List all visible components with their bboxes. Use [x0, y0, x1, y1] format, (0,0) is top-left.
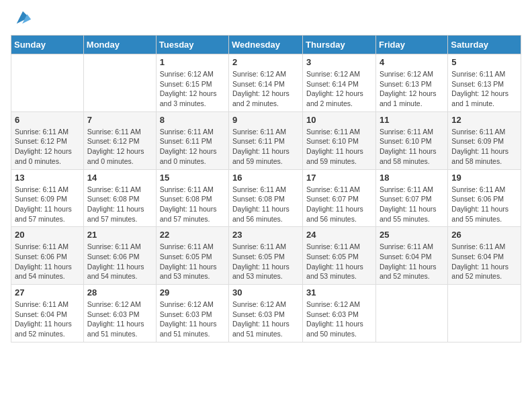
calendar-cell: 31Sunrise: 6:12 AMSunset: 6:03 PMDayligh…: [303, 285, 376, 342]
day-info: Sunrise: 6:11 AMSunset: 6:13 PMDaylight:…: [451, 69, 517, 109]
calendar-cell: 9Sunrise: 6:11 AMSunset: 6:11 PMDaylight…: [229, 111, 303, 169]
day-info: Sunrise: 6:12 AMSunset: 6:13 PMDaylight:…: [380, 69, 444, 109]
header-friday: Friday: [375, 36, 447, 54]
day-info: Sunrise: 6:11 AMSunset: 6:07 PMDaylight:…: [380, 185, 444, 224]
day-number: 25: [380, 230, 444, 240]
page-header: [11, 11, 521, 27]
day-info: Sunrise: 6:11 AMSunset: 6:09 PMDaylight:…: [451, 127, 517, 167]
calendar-cell: 10Sunrise: 6:11 AMSunset: 6:10 PMDayligh…: [303, 111, 376, 169]
calendar-cell: 29Sunrise: 6:12 AMSunset: 6:03 PMDayligh…: [156, 285, 228, 342]
calendar-cell: 13Sunrise: 6:11 AMSunset: 6:09 PMDayligh…: [11, 169, 84, 227]
day-number: 17: [306, 173, 372, 183]
calendar-week-row: 20Sunrise: 6:11 AMSunset: 6:06 PMDayligh…: [11, 227, 521, 285]
header-sunday: Sunday: [11, 36, 84, 54]
day-info: Sunrise: 6:11 AMSunset: 6:12 PMDaylight:…: [15, 127, 80, 167]
day-info: Sunrise: 6:11 AMSunset: 6:07 PMDaylight:…: [306, 185, 372, 224]
day-info: Sunrise: 6:12 AMSunset: 6:14 PMDaylight:…: [306, 69, 372, 109]
day-number: 10: [306, 115, 372, 125]
day-number: 11: [380, 115, 444, 125]
day-number: 20: [15, 230, 80, 240]
calendar-cell: 28Sunrise: 6:12 AMSunset: 6:03 PMDayligh…: [83, 285, 156, 342]
day-info: Sunrise: 6:11 AMSunset: 6:04 PMDaylight:…: [451, 242, 517, 281]
day-info: Sunrise: 6:11 AMSunset: 6:10 PMDaylight:…: [306, 127, 372, 167]
calendar-cell: 26Sunrise: 6:11 AMSunset: 6:04 PMDayligh…: [448, 227, 521, 285]
logo-icon: [13, 8, 32, 27]
day-info: Sunrise: 6:12 AMSunset: 6:03 PMDaylight:…: [87, 300, 152, 339]
calendar-cell: [11, 54, 84, 112]
calendar-cell: 3Sunrise: 6:12 AMSunset: 6:14 PMDaylight…: [303, 54, 376, 112]
day-info: Sunrise: 6:11 AMSunset: 6:12 PMDaylight:…: [87, 127, 152, 167]
day-number: 30: [232, 287, 299, 298]
calendar-cell: 1Sunrise: 6:12 AMSunset: 6:15 PMDaylight…: [156, 54, 228, 112]
calendar-cell: 5Sunrise: 6:11 AMSunset: 6:13 PMDaylight…: [448, 54, 521, 112]
day-number: 26: [451, 230, 517, 240]
calendar-cell: 17Sunrise: 6:11 AMSunset: 6:07 PMDayligh…: [303, 169, 376, 227]
calendar-cell: 19Sunrise: 6:11 AMSunset: 6:06 PMDayligh…: [448, 169, 521, 227]
header-wednesday: Wednesday: [229, 36, 303, 54]
calendar-week-row: 13Sunrise: 6:11 AMSunset: 6:09 PMDayligh…: [11, 169, 521, 227]
day-number: 9: [232, 115, 299, 125]
calendar-cell: 20Sunrise: 6:11 AMSunset: 6:06 PMDayligh…: [11, 227, 84, 285]
calendar-week-row: 6Sunrise: 6:11 AMSunset: 6:12 PMDaylight…: [11, 111, 521, 169]
calendar-cell: 22Sunrise: 6:11 AMSunset: 6:05 PMDayligh…: [156, 227, 228, 285]
header-thursday: Thursday: [303, 36, 376, 54]
day-number: 29: [160, 287, 225, 298]
calendar-cell: 30Sunrise: 6:12 AMSunset: 6:03 PMDayligh…: [229, 285, 303, 342]
day-number: 4: [380, 57, 444, 67]
day-number: 31: [306, 287, 372, 298]
calendar-cell: 24Sunrise: 6:11 AMSunset: 6:05 PMDayligh…: [303, 227, 376, 285]
calendar-cell: 21Sunrise: 6:11 AMSunset: 6:06 PMDayligh…: [83, 227, 156, 285]
day-info: Sunrise: 6:12 AMSunset: 6:15 PMDaylight:…: [160, 69, 225, 109]
day-number: 21: [87, 230, 152, 240]
day-info: Sunrise: 6:12 AMSunset: 6:03 PMDaylight:…: [232, 300, 299, 339]
calendar-cell: 8Sunrise: 6:11 AMSunset: 6:11 PMDaylight…: [156, 111, 228, 169]
calendar-cell: 6Sunrise: 6:11 AMSunset: 6:12 PMDaylight…: [11, 111, 84, 169]
day-info: Sunrise: 6:11 AMSunset: 6:11 PMDaylight:…: [160, 127, 225, 167]
day-number: 19: [451, 173, 517, 183]
calendar-cell: [83, 54, 156, 112]
day-number: 7: [87, 115, 152, 125]
calendar-cell: 12Sunrise: 6:11 AMSunset: 6:09 PMDayligh…: [448, 111, 521, 169]
day-number: 28: [87, 287, 152, 298]
day-info: Sunrise: 6:11 AMSunset: 6:11 PMDaylight:…: [232, 127, 299, 167]
day-info: Sunrise: 6:11 AMSunset: 6:04 PMDaylight:…: [15, 300, 80, 339]
day-number: 16: [232, 173, 299, 183]
day-info: Sunrise: 6:12 AMSunset: 6:14 PMDaylight:…: [232, 69, 299, 109]
calendar-cell: 4Sunrise: 6:12 AMSunset: 6:13 PMDaylight…: [375, 54, 447, 112]
day-info: Sunrise: 6:11 AMSunset: 6:04 PMDaylight:…: [380, 242, 444, 281]
day-info: Sunrise: 6:11 AMSunset: 6:05 PMDaylight:…: [232, 242, 299, 281]
day-info: Sunrise: 6:11 AMSunset: 6:05 PMDaylight:…: [306, 242, 372, 281]
day-number: 8: [160, 115, 225, 125]
logo: [11, 11, 32, 27]
day-number: 18: [380, 173, 444, 183]
day-number: 24: [306, 230, 372, 240]
day-number: 15: [160, 173, 225, 183]
day-info: Sunrise: 6:11 AMSunset: 6:09 PMDaylight:…: [15, 185, 80, 224]
calendar-cell: [448, 285, 521, 342]
calendar-cell: 18Sunrise: 6:11 AMSunset: 6:07 PMDayligh…: [375, 169, 447, 227]
day-number: 13: [15, 173, 80, 183]
calendar-cell: 27Sunrise: 6:11 AMSunset: 6:04 PMDayligh…: [11, 285, 84, 342]
day-number: 5: [451, 57, 517, 67]
day-number: 2: [232, 57, 299, 67]
day-number: 12: [451, 115, 517, 125]
day-number: 22: [160, 230, 225, 240]
day-info: Sunrise: 6:11 AMSunset: 6:08 PMDaylight:…: [232, 185, 299, 224]
calendar-cell: 7Sunrise: 6:11 AMSunset: 6:12 PMDaylight…: [83, 111, 156, 169]
calendar-cell: 16Sunrise: 6:11 AMSunset: 6:08 PMDayligh…: [229, 169, 303, 227]
calendar-table: SundayMondayTuesdayWednesdayThursdayFrid…: [11, 35, 521, 342]
day-info: Sunrise: 6:11 AMSunset: 6:08 PMDaylight:…: [87, 185, 152, 224]
calendar-cell: 14Sunrise: 6:11 AMSunset: 6:08 PMDayligh…: [83, 169, 156, 227]
day-number: 27: [15, 287, 80, 298]
calendar-cell: 15Sunrise: 6:11 AMSunset: 6:08 PMDayligh…: [156, 169, 228, 227]
calendar-week-row: 1Sunrise: 6:12 AMSunset: 6:15 PMDaylight…: [11, 54, 521, 112]
day-number: 6: [15, 115, 80, 125]
day-number: 23: [232, 230, 299, 240]
calendar-cell: 11Sunrise: 6:11 AMSunset: 6:10 PMDayligh…: [375, 111, 447, 169]
day-info: Sunrise: 6:11 AMSunset: 6:05 PMDaylight:…: [160, 242, 225, 281]
calendar-cell: 23Sunrise: 6:11 AMSunset: 6:05 PMDayligh…: [229, 227, 303, 285]
day-info: Sunrise: 6:11 AMSunset: 6:06 PMDaylight:…: [451, 185, 517, 224]
day-info: Sunrise: 6:11 AMSunset: 6:06 PMDaylight:…: [15, 242, 80, 281]
calendar-header-row: SundayMondayTuesdayWednesdayThursdayFrid…: [11, 36, 521, 54]
day-info: Sunrise: 6:12 AMSunset: 6:03 PMDaylight:…: [306, 300, 372, 339]
